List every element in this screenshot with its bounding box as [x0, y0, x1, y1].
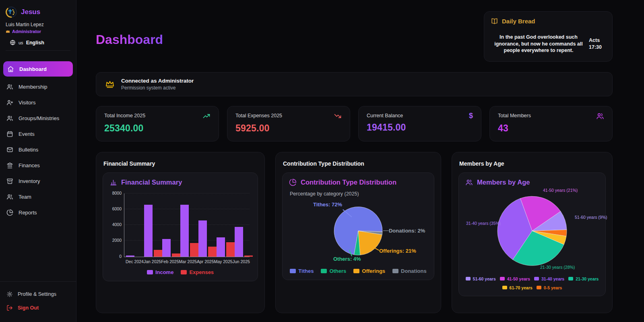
- legend-item[interactable]: 21-30 years: [568, 276, 599, 281]
- sidebar-item-reports[interactable]: Reports: [0, 205, 76, 220]
- pie-label-tithes: Tithes: 72%: [313, 202, 342, 208]
- legend-swatch: [181, 270, 187, 274]
- legend-item[interactable]: 51-60 years: [466, 276, 496, 281]
- pie-chart-icon: [289, 179, 297, 186]
- bar-income: [217, 237, 225, 256]
- legend-item[interactable]: Offerings: [353, 268, 385, 274]
- y-axis-tick: 8000: [109, 191, 122, 195]
- legend-item[interactable]: 0-5 years: [537, 285, 562, 290]
- contribution-panel: Contribution Type Distribution Percentag…: [282, 172, 434, 280]
- legend-item[interactable]: Tithes: [290, 268, 314, 274]
- language-name: English: [26, 40, 44, 46]
- bar-income: [235, 227, 243, 257]
- x-axis-tick: Jan 2025: [144, 259, 161, 264]
- language-selector[interactable]: us English: [10, 39, 70, 46]
- sidebar-item-label: Inventory: [19, 178, 40, 184]
- bar-chart-icon: [109, 179, 117, 186]
- sidebar-item-label: Finances: [19, 162, 40, 168]
- pie-label-21-30: 21-30 years (28%): [540, 265, 575, 270]
- bar-income: [198, 220, 207, 256]
- legend-item[interactable]: 61-70 years: [502, 285, 533, 290]
- bank-icon: [6, 162, 13, 169]
- sidebar-item-label: Visitors: [19, 100, 35, 106]
- sidebar-item-finances[interactable]: Finances: [0, 158, 76, 173]
- legend-label: Others: [329, 268, 346, 274]
- charts-grid: Financial Summary Financial Summary 0200…: [96, 152, 613, 313]
- bar-group: [162, 193, 180, 257]
- sidebar-item-label: Membership: [19, 84, 47, 90]
- church-logo-icon: [6, 6, 17, 18]
- contribution-card: Contribution Type Distribution Contribut…: [275, 152, 441, 313]
- financial-title: Financial Summary: [121, 179, 182, 186]
- financial-panel: Financial Summary 02000400060008000 Dec …: [103, 172, 258, 281]
- stat-card-total-income: Total Income 2025 25340.00: [96, 106, 219, 141]
- bar-group: [144, 193, 162, 257]
- legend-label: Income: [155, 269, 174, 275]
- home-icon: [7, 66, 14, 73]
- users-icon: [6, 193, 13, 200]
- legend-item[interactable]: 41-50 years: [500, 276, 530, 281]
- members-panel: Members by Age 41-50 years (21%) 51-60 y…: [458, 172, 606, 296]
- bar-expenses: [208, 247, 217, 257]
- sidebar-item-inventory[interactable]: Inventory: [0, 173, 76, 189]
- pie-connector: [383, 231, 389, 231]
- stat-label: Total Expenses 2025: [235, 113, 282, 118]
- sidebar-item-team[interactable]: Team: [0, 189, 76, 205]
- legend-swatch: [537, 286, 541, 289]
- trending-up-icon: [202, 112, 211, 120]
- legend-swatch: [290, 269, 296, 273]
- log-out-icon: [6, 305, 13, 311]
- user-name: Luis Martin Lepez: [6, 22, 70, 27]
- sidebar-item-bulletins[interactable]: Bulletins: [0, 142, 76, 158]
- legend-swatch: [534, 277, 539, 280]
- sidebar-item-groups-ministries[interactable]: Groups/Ministries: [0, 110, 76, 126]
- bar-expenses: [154, 250, 162, 257]
- stat-value: 19415.00: [367, 122, 473, 133]
- users-icon: [6, 83, 13, 90]
- legend-label: Donations: [401, 268, 427, 274]
- contribution-title: Contribution Type Distribution: [301, 179, 396, 186]
- sidebar-item-dashboard[interactable]: Dashboard: [3, 61, 73, 77]
- stat-card-total-members: Total Members 43: [489, 106, 613, 141]
- legend-swatch: [147, 270, 153, 274]
- legend-item[interactable]: 31-40 years: [534, 276, 564, 281]
- legend-label: 31-40 years: [541, 276, 564, 281]
- sidebar-item-events[interactable]: Events: [0, 126, 76, 142]
- pie-label-others: Others: 4%: [333, 256, 361, 262]
- daily-bread-card: Daily Bread In the past God overlooked s…: [484, 11, 613, 62]
- legend-label: Tithes: [298, 268, 314, 274]
- sidebar: Jesus Luis Martin Lepez Administrator us…: [0, 0, 76, 322]
- sidebar-item-label: Events: [19, 131, 35, 137]
- sidebar-item-label: Groups/Ministries: [19, 115, 59, 121]
- sidebar-nav: Dashboard Membership Visitors Groups/Min…: [0, 56, 76, 281]
- legend-item[interactable]: Income: [147, 269, 174, 275]
- sidebar-item-visitors[interactable]: Visitors: [0, 95, 76, 110]
- profile-settings-button[interactable]: Profile & Settings: [6, 287, 70, 301]
- legend-item[interactable]: Expenses: [181, 269, 214, 275]
- pie-label-41-50: 41-50 years (21%): [543, 188, 578, 193]
- financial-legend: IncomeExpenses: [109, 269, 251, 275]
- page-title: Dashboard: [96, 32, 163, 47]
- sidebar-item-label: Dashboard: [19, 66, 47, 72]
- dollar-icon: $: [469, 112, 473, 119]
- legend-swatch: [353, 269, 359, 273]
- pie-chart-icon: [6, 209, 13, 216]
- x-axis-tick: May 2025: [214, 259, 233, 264]
- users-icon: [465, 179, 473, 186]
- sidebar-item-membership[interactable]: Membership: [0, 79, 76, 95]
- bar-income: [126, 256, 134, 256]
- bar-group: [180, 193, 198, 257]
- pie-slice-offerings: [358, 231, 382, 255]
- legend-item[interactable]: Donations: [392, 268, 427, 274]
- legend-swatch: [502, 286, 507, 289]
- user-role-badge: Administrator: [6, 29, 70, 34]
- legend-item[interactable]: Others: [321, 268, 346, 274]
- members-legend: 51-60 years41-50 years31-40 years21-30 y…: [465, 276, 599, 290]
- users-icon: [596, 112, 604, 120]
- bar-income: [162, 239, 171, 256]
- crown-icon: [105, 79, 115, 89]
- x-axis-tick: Jun 2025: [233, 259, 250, 264]
- sign-out-button[interactable]: Sign Out: [6, 301, 70, 315]
- x-axis-tick: Dec 2024: [126, 259, 144, 264]
- stat-label: Total Members: [498, 113, 531, 118]
